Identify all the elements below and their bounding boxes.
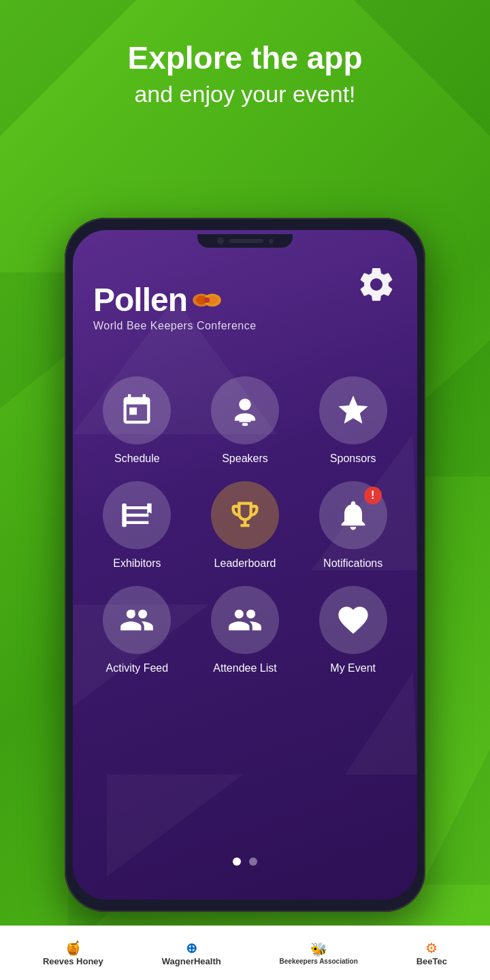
- exhibitors-label: Exhibitors: [113, 557, 161, 570]
- svg-rect-16: [239, 421, 250, 422]
- my-event-label: My Event: [330, 662, 376, 674]
- activity-icon: [119, 602, 154, 638]
- notifications-label: Notifications: [323, 557, 382, 570]
- reeves-icon: 🍯: [65, 940, 82, 956]
- svg-marker-9: [345, 672, 417, 774]
- svg-marker-5: [422, 749, 490, 885]
- gear-icon: [356, 264, 397, 305]
- attendee-list-icon-circle: [211, 586, 279, 654]
- schedule-label: Schedule: [114, 453, 160, 465]
- menu-grid: Schedule Speakers: [73, 376, 417, 674]
- activity-feed-icon-circle: [103, 586, 171, 654]
- my-event-icon-circle: [319, 586, 387, 654]
- beetec-name: BeeTec: [416, 956, 447, 966]
- bee-logo-icon: [190, 287, 224, 314]
- app-subtitle: World Bee Keepers Conference: [93, 320, 257, 332]
- trophy-icon: [227, 497, 263, 533]
- notch: [197, 234, 293, 248]
- menu-item-activity-feed[interactable]: Activity Feed: [86, 586, 188, 674]
- speakers-label: Speakers: [222, 453, 268, 465]
- svg-rect-17: [242, 423, 248, 425]
- schedule-icon-circle: [103, 376, 171, 444]
- reeves-name: Reeves Honey: [43, 956, 103, 966]
- phone-frame: Pollen World Bee Keepers Conference: [65, 218, 425, 912]
- svg-rect-18: [122, 504, 127, 527]
- menu-item-sponsors[interactable]: Sponsors: [302, 376, 404, 465]
- settings-button[interactable]: [356, 264, 397, 305]
- page-indicator: [73, 858, 417, 866]
- sponsors-label: Sponsors: [330, 453, 376, 465]
- sponsor-bar: 🍯 Reeves Honey ⊕ WagnerHealth 🐝 Beekeepe…: [0, 926, 490, 980]
- camera-left: [217, 238, 224, 244]
- phone-notch-area: [73, 230, 417, 252]
- svg-point-15: [204, 297, 210, 303]
- leaderboard-label: Leaderboard: [214, 557, 276, 570]
- exhibitors-icon-circle: [103, 481, 171, 549]
- beekeepers-icon: 🐝: [310, 941, 327, 958]
- exhibitor-icon: [119, 497, 154, 533]
- bell-icon: [336, 497, 371, 533]
- beekeepers-assoc-logo: 🐝 Beekeepers Association: [280, 941, 358, 965]
- activity-feed-label: Activity Feed: [106, 662, 169, 674]
- attendee-list-label: Attendee List: [213, 662, 276, 674]
- header-line1: Explore the app: [0, 41, 490, 76]
- wagnerhealth-logo: ⊕ WagnerHealth: [162, 940, 221, 966]
- wagner-icon: ⊕: [186, 940, 197, 956]
- leaderboard-icon-circle: [211, 481, 279, 549]
- sponsor-beetec: ⚙ BeeTec: [416, 940, 447, 966]
- sponsors-icon-circle: [319, 376, 387, 444]
- sponsor-reeves: 🍯 Reeves Honey: [43, 940, 103, 966]
- header-line2: and enjoy your event!: [0, 81, 490, 108]
- sponsor-wagner: ⊕ WagnerHealth: [162, 940, 221, 966]
- beetec-logo: ⚙ BeeTec: [416, 940, 447, 966]
- app-logo-area: Pollen World Bee Keepers Conference: [93, 281, 257, 332]
- camera-right: [269, 239, 274, 244]
- heart-icon: [336, 602, 371, 638]
- app-title-row: Pollen: [93, 281, 257, 318]
- header-section: Explore the app and enjoy your event!: [0, 41, 490, 108]
- calendar-icon: [119, 393, 154, 428]
- menu-item-notifications[interactable]: ! Notifications: [302, 481, 404, 570]
- speaker: [229, 239, 263, 243]
- beekeepers-name: Beekeepers Association: [280, 958, 358, 965]
- notification-badge: !: [364, 487, 382, 504]
- speakers-icon-circle: [211, 376, 279, 444]
- svg-point-19: [133, 610, 135, 612]
- page-dot-1[interactable]: [233, 858, 241, 866]
- menu-item-exhibitors[interactable]: Exhibitors: [86, 481, 188, 570]
- speaker-icon: [227, 393, 263, 428]
- sponsor-beekeepers: 🐝 Beekeepers Association: [280, 941, 358, 965]
- menu-item-leaderboard[interactable]: Leaderboard: [195, 481, 296, 570]
- star-icon: [336, 393, 371, 428]
- menu-item-speakers[interactable]: Speakers: [195, 376, 296, 465]
- menu-item-attendee-list[interactable]: Attendee List: [195, 586, 296, 674]
- phone-screen: Pollen World Bee Keepers Conference: [73, 230, 417, 900]
- menu-item-schedule[interactable]: Schedule: [86, 376, 188, 465]
- reeves-honey-logo: 🍯 Reeves Honey: [43, 940, 103, 966]
- app-name: Pollen: [93, 281, 187, 318]
- wagner-name: WagnerHealth: [162, 956, 221, 966]
- notifications-icon-circle: !: [319, 481, 387, 549]
- beetec-icon: ⚙: [425, 940, 438, 956]
- attendees-icon: [227, 602, 263, 638]
- menu-item-my-event[interactable]: My Event: [302, 586, 404, 674]
- page-dot-2[interactable]: [249, 858, 257, 866]
